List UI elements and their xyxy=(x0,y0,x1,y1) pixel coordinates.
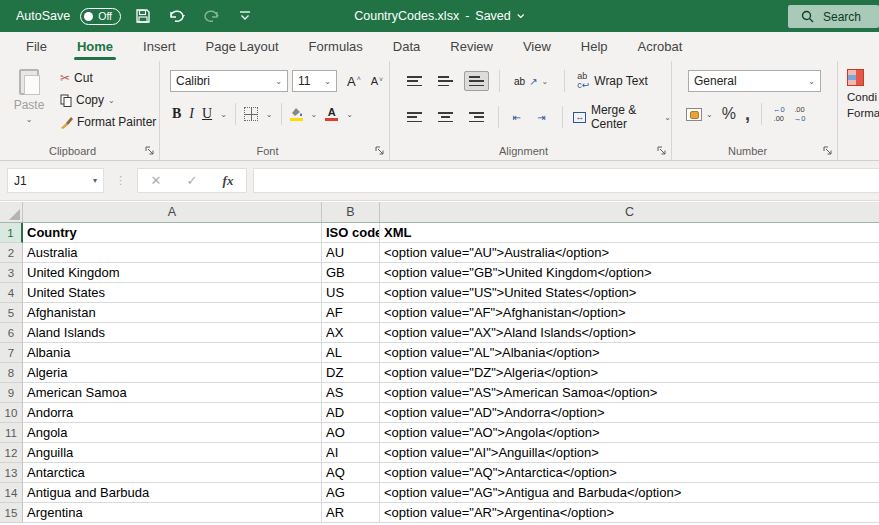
formula-bar-grip[interactable]: ⋮ xyxy=(115,174,126,187)
tab-view[interactable]: View xyxy=(508,32,566,61)
increase-font-size-button[interactable]: A˄ xyxy=(347,74,361,89)
insert-function-button[interactable]: fx xyxy=(210,173,246,189)
tab-insert[interactable]: Insert xyxy=(128,32,191,61)
cell-A12[interactable]: Anguilla xyxy=(23,443,322,463)
row-header-6[interactable]: 6 xyxy=(0,323,23,343)
cell-B14[interactable]: AG xyxy=(322,483,380,503)
row-header-5[interactable]: 5 xyxy=(0,303,23,323)
cell-B15[interactable]: AR xyxy=(322,503,380,523)
tab-file[interactable]: File xyxy=(11,32,62,61)
increase-decimal-button[interactable]: ←0.00 xyxy=(773,105,785,123)
row-header-14[interactable]: 14 xyxy=(0,483,23,503)
comma-style-button[interactable]: , xyxy=(745,109,750,119)
align-center-button[interactable] xyxy=(433,107,458,127)
name-box[interactable]: J1 ▾ xyxy=(7,168,104,193)
row-header-7[interactable]: 7 xyxy=(0,343,23,363)
font-color-dropdown-icon[interactable]: ⌄ xyxy=(346,110,353,119)
cell-B11[interactable]: AO xyxy=(322,423,380,443)
row-header-1[interactable]: 1 xyxy=(0,223,23,243)
cell-B4[interactable]: US xyxy=(322,283,380,303)
borders-dropdown-icon[interactable]: ⌄ xyxy=(266,110,273,119)
align-left-button[interactable] xyxy=(402,107,427,127)
row-header-12[interactable]: 12 xyxy=(0,443,23,463)
row-header-13[interactable]: 13 xyxy=(0,463,23,483)
align-right-button[interactable] xyxy=(464,107,489,127)
cell-A14[interactable]: Antigua and Barbuda xyxy=(23,483,322,503)
cell-A10[interactable]: Andorra xyxy=(23,403,322,423)
cell-B9[interactable]: AS xyxy=(322,383,380,403)
percent-style-button[interactable]: % xyxy=(722,105,736,123)
redo-button[interactable] xyxy=(199,4,223,28)
number-format-select[interactable]: General ⌄ xyxy=(688,70,821,92)
customize-quick-access-toolbar-button[interactable] xyxy=(233,4,257,28)
font-size-select[interactable]: 11 ⌄ xyxy=(292,70,337,92)
bottom-align-button[interactable] xyxy=(464,71,489,91)
cell-B1[interactable]: ISO code xyxy=(322,223,380,243)
borders-button[interactable] xyxy=(244,107,258,121)
tab-formulas[interactable]: Formulas xyxy=(294,32,378,61)
cell-A9[interactable]: American Samoa xyxy=(23,383,322,403)
undo-button[interactable] xyxy=(165,4,189,28)
wrap-text-button[interactable]: abc↩ Wrap Text xyxy=(577,72,648,90)
tab-data[interactable]: Data xyxy=(378,32,435,61)
formula-input[interactable] xyxy=(253,168,879,193)
orientation-button[interactable]: ab ↗ ⌄ xyxy=(510,74,552,89)
cell-C7[interactable]: <option value="AL">Albania</option> xyxy=(380,343,879,363)
row-header-11[interactable]: 11 xyxy=(0,423,23,443)
cell-A5[interactable]: Afghanistan xyxy=(23,303,322,323)
cell-C13[interactable]: <option value="AQ">Antarctica</option> xyxy=(380,463,879,483)
clipboard-dialog-launcher-icon[interactable] xyxy=(145,146,155,156)
cell-C3[interactable]: <option value="GB">United Kingdom</optio… xyxy=(380,263,879,283)
cell-C1[interactable]: XML xyxy=(380,223,879,243)
cell-B12[interactable]: AI xyxy=(322,443,380,463)
row-header-9[interactable]: 9 xyxy=(0,383,23,403)
search-box[interactable]: Search xyxy=(788,5,879,28)
cell-A8[interactable]: Algeria xyxy=(23,363,322,383)
cell-C2[interactable]: <option value="AU">Australia</option> xyxy=(380,243,879,263)
autosave-toggle[interactable]: Off xyxy=(80,8,121,25)
font-dialog-launcher-icon[interactable] xyxy=(375,146,385,156)
merge-center-button[interactable]: ↔ Merge & Center ⌄ xyxy=(573,103,671,131)
cancel-button[interactable]: ✕ xyxy=(138,173,174,188)
cell-A2[interactable]: Australia xyxy=(23,243,322,263)
column-header-b[interactable]: B xyxy=(322,202,380,222)
increase-indent-button[interactable]: ⇥ xyxy=(532,106,550,128)
cell-B6[interactable]: AX xyxy=(322,323,380,343)
cell-C5[interactable]: <option value="AF">Afghanistan</option> xyxy=(380,303,879,323)
cell-A13[interactable]: Antarctica xyxy=(23,463,322,483)
tab-review[interactable]: Review xyxy=(435,32,508,61)
document-title[interactable]: CountryCodes.xlsx - Saved xyxy=(354,9,525,23)
row-header-8[interactable]: 8 xyxy=(0,363,23,383)
cell-A11[interactable]: Angola xyxy=(23,423,322,443)
font-name-select[interactable]: Calibri ⌄ xyxy=(170,70,288,92)
tab-home[interactable]: Home xyxy=(62,32,128,61)
cell-B2[interactable]: AU xyxy=(322,243,380,263)
column-header-c[interactable]: C xyxy=(380,202,879,222)
cell-B8[interactable]: DZ xyxy=(322,363,380,383)
bold-button[interactable]: B xyxy=(172,106,181,122)
number-dialog-launcher-icon[interactable] xyxy=(823,146,833,156)
decrease-font-size-button[interactable]: A˅ xyxy=(371,75,383,87)
cell-A1[interactable]: Country xyxy=(23,223,322,243)
row-header-2[interactable]: 2 xyxy=(0,243,23,263)
cell-A4[interactable]: United States xyxy=(23,283,322,303)
tab-acrobat[interactable]: Acrobat xyxy=(623,32,698,61)
row-header-15[interactable]: 15 xyxy=(0,503,23,523)
decrease-decimal-button[interactable]: .00→0 xyxy=(794,105,806,123)
cell-C11[interactable]: <option value="AO">Angola</option> xyxy=(380,423,879,443)
italic-button[interactable]: I xyxy=(189,106,194,122)
underline-button[interactable]: U xyxy=(202,106,212,122)
column-header-a[interactable]: A xyxy=(23,202,322,222)
cell-A15[interactable]: Argentina xyxy=(23,503,322,523)
tab-help[interactable]: Help xyxy=(566,32,623,61)
decrease-indent-button[interactable]: ⇤ xyxy=(508,106,526,128)
save-button[interactable] xyxy=(131,4,155,28)
cell-B3[interactable]: GB xyxy=(322,263,380,283)
cell-C9[interactable]: <option value="AS">American Samoa</optio… xyxy=(380,383,879,403)
copy-button[interactable]: Copy ⌄ xyxy=(56,91,160,109)
font-color-button[interactable]: A xyxy=(325,107,338,121)
cell-A6[interactable]: Aland Islands xyxy=(23,323,322,343)
cell-C8[interactable]: <option value="DZ">Algeria</option> xyxy=(380,363,879,383)
cell-B7[interactable]: AL xyxy=(322,343,380,363)
cell-C12[interactable]: <option value="AI">Anguilla</option> xyxy=(380,443,879,463)
